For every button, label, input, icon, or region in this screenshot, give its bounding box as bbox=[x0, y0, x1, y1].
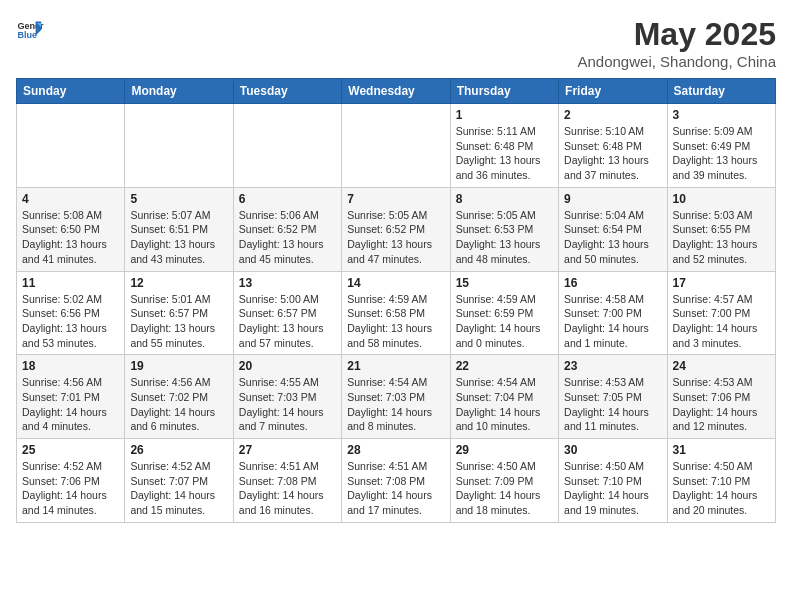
calendar-cell: 12Sunrise: 5:01 AM Sunset: 6:57 PM Dayli… bbox=[125, 271, 233, 355]
cell-date-number: 7 bbox=[347, 192, 444, 206]
calendar-cell: 30Sunrise: 4:50 AM Sunset: 7:10 PM Dayli… bbox=[559, 439, 667, 523]
cell-sun-info: Sunrise: 5:05 AM Sunset: 6:53 PM Dayligh… bbox=[456, 208, 553, 267]
cell-sun-info: Sunrise: 5:03 AM Sunset: 6:55 PM Dayligh… bbox=[673, 208, 770, 267]
cell-sun-info: Sunrise: 5:07 AM Sunset: 6:51 PM Dayligh… bbox=[130, 208, 227, 267]
calendar-cell: 8Sunrise: 5:05 AM Sunset: 6:53 PM Daylig… bbox=[450, 187, 558, 271]
cell-sun-info: Sunrise: 5:11 AM Sunset: 6:48 PM Dayligh… bbox=[456, 124, 553, 183]
cell-sun-info: Sunrise: 4:50 AM Sunset: 7:09 PM Dayligh… bbox=[456, 459, 553, 518]
cell-sun-info: Sunrise: 5:09 AM Sunset: 6:49 PM Dayligh… bbox=[673, 124, 770, 183]
page-header: General Blue May 2025 Andongwei, Shandon… bbox=[16, 16, 776, 70]
calendar-cell: 25Sunrise: 4:52 AM Sunset: 7:06 PM Dayli… bbox=[17, 439, 125, 523]
calendar-cell: 15Sunrise: 4:59 AM Sunset: 6:59 PM Dayli… bbox=[450, 271, 558, 355]
calendar-cell: 9Sunrise: 5:04 AM Sunset: 6:54 PM Daylig… bbox=[559, 187, 667, 271]
calendar-cell bbox=[342, 104, 450, 188]
cell-sun-info: Sunrise: 4:58 AM Sunset: 7:00 PM Dayligh… bbox=[564, 292, 661, 351]
day-of-week-header: Friday bbox=[559, 79, 667, 104]
day-of-week-header: Thursday bbox=[450, 79, 558, 104]
cell-sun-info: Sunrise: 4:51 AM Sunset: 7:08 PM Dayligh… bbox=[239, 459, 336, 518]
cell-date-number: 10 bbox=[673, 192, 770, 206]
cell-date-number: 30 bbox=[564, 443, 661, 457]
cell-date-number: 13 bbox=[239, 276, 336, 290]
calendar-cell: 6Sunrise: 5:06 AM Sunset: 6:52 PM Daylig… bbox=[233, 187, 341, 271]
cell-date-number: 18 bbox=[22, 359, 119, 373]
cell-sun-info: Sunrise: 4:50 AM Sunset: 7:10 PM Dayligh… bbox=[564, 459, 661, 518]
cell-date-number: 4 bbox=[22, 192, 119, 206]
cell-date-number: 23 bbox=[564, 359, 661, 373]
cell-sun-info: Sunrise: 4:50 AM Sunset: 7:10 PM Dayligh… bbox=[673, 459, 770, 518]
calendar-cell: 26Sunrise: 4:52 AM Sunset: 7:07 PM Dayli… bbox=[125, 439, 233, 523]
location-subtitle: Andongwei, Shandong, China bbox=[578, 53, 777, 70]
cell-sun-info: Sunrise: 5:05 AM Sunset: 6:52 PM Dayligh… bbox=[347, 208, 444, 267]
cell-sun-info: Sunrise: 4:53 AM Sunset: 7:05 PM Dayligh… bbox=[564, 375, 661, 434]
cell-date-number: 2 bbox=[564, 108, 661, 122]
calendar-cell: 14Sunrise: 4:59 AM Sunset: 6:58 PM Dayli… bbox=[342, 271, 450, 355]
calendar-cell: 1Sunrise: 5:11 AM Sunset: 6:48 PM Daylig… bbox=[450, 104, 558, 188]
cell-date-number: 25 bbox=[22, 443, 119, 457]
calendar-cell: 5Sunrise: 5:07 AM Sunset: 6:51 PM Daylig… bbox=[125, 187, 233, 271]
day-of-week-header: Sunday bbox=[17, 79, 125, 104]
calendar-cell: 10Sunrise: 5:03 AM Sunset: 6:55 PM Dayli… bbox=[667, 187, 775, 271]
cell-sun-info: Sunrise: 4:51 AM Sunset: 7:08 PM Dayligh… bbox=[347, 459, 444, 518]
calendar-cell: 31Sunrise: 4:50 AM Sunset: 7:10 PM Dayli… bbox=[667, 439, 775, 523]
calendar-cell: 16Sunrise: 4:58 AM Sunset: 7:00 PM Dayli… bbox=[559, 271, 667, 355]
month-title: May 2025 bbox=[578, 16, 777, 53]
cell-date-number: 8 bbox=[456, 192, 553, 206]
calendar-cell: 2Sunrise: 5:10 AM Sunset: 6:48 PM Daylig… bbox=[559, 104, 667, 188]
cell-date-number: 5 bbox=[130, 192, 227, 206]
logo-icon: General Blue bbox=[16, 16, 44, 44]
calendar-cell: 20Sunrise: 4:55 AM Sunset: 7:03 PM Dayli… bbox=[233, 355, 341, 439]
cell-sun-info: Sunrise: 4:52 AM Sunset: 7:06 PM Dayligh… bbox=[22, 459, 119, 518]
cell-date-number: 21 bbox=[347, 359, 444, 373]
calendar-cell: 27Sunrise: 4:51 AM Sunset: 7:08 PM Dayli… bbox=[233, 439, 341, 523]
title-block: May 2025 Andongwei, Shandong, China bbox=[578, 16, 777, 70]
cell-date-number: 29 bbox=[456, 443, 553, 457]
svg-text:Blue: Blue bbox=[17, 30, 37, 40]
calendar-cell bbox=[125, 104, 233, 188]
day-of-week-header: Wednesday bbox=[342, 79, 450, 104]
cell-sun-info: Sunrise: 4:56 AM Sunset: 7:01 PM Dayligh… bbox=[22, 375, 119, 434]
calendar-cell: 29Sunrise: 4:50 AM Sunset: 7:09 PM Dayli… bbox=[450, 439, 558, 523]
cell-date-number: 24 bbox=[673, 359, 770, 373]
cell-sun-info: Sunrise: 4:52 AM Sunset: 7:07 PM Dayligh… bbox=[130, 459, 227, 518]
calendar-cell: 13Sunrise: 5:00 AM Sunset: 6:57 PM Dayli… bbox=[233, 271, 341, 355]
calendar-cell: 7Sunrise: 5:05 AM Sunset: 6:52 PM Daylig… bbox=[342, 187, 450, 271]
cell-sun-info: Sunrise: 4:53 AM Sunset: 7:06 PM Dayligh… bbox=[673, 375, 770, 434]
calendar-cell: 23Sunrise: 4:53 AM Sunset: 7:05 PM Dayli… bbox=[559, 355, 667, 439]
day-of-week-header: Saturday bbox=[667, 79, 775, 104]
logo: General Blue bbox=[16, 16, 44, 44]
cell-date-number: 14 bbox=[347, 276, 444, 290]
cell-date-number: 15 bbox=[456, 276, 553, 290]
calendar-cell: 11Sunrise: 5:02 AM Sunset: 6:56 PM Dayli… bbox=[17, 271, 125, 355]
cell-date-number: 31 bbox=[673, 443, 770, 457]
calendar-cell: 22Sunrise: 4:54 AM Sunset: 7:04 PM Dayli… bbox=[450, 355, 558, 439]
cell-sun-info: Sunrise: 4:56 AM Sunset: 7:02 PM Dayligh… bbox=[130, 375, 227, 434]
day-of-week-header: Monday bbox=[125, 79, 233, 104]
cell-date-number: 17 bbox=[673, 276, 770, 290]
calendar-cell: 4Sunrise: 5:08 AM Sunset: 6:50 PM Daylig… bbox=[17, 187, 125, 271]
cell-sun-info: Sunrise: 4:59 AM Sunset: 6:59 PM Dayligh… bbox=[456, 292, 553, 351]
cell-sun-info: Sunrise: 5:01 AM Sunset: 6:57 PM Dayligh… bbox=[130, 292, 227, 351]
cell-sun-info: Sunrise: 5:08 AM Sunset: 6:50 PM Dayligh… bbox=[22, 208, 119, 267]
calendar-cell: 17Sunrise: 4:57 AM Sunset: 7:00 PM Dayli… bbox=[667, 271, 775, 355]
cell-sun-info: Sunrise: 5:10 AM Sunset: 6:48 PM Dayligh… bbox=[564, 124, 661, 183]
cell-sun-info: Sunrise: 4:59 AM Sunset: 6:58 PM Dayligh… bbox=[347, 292, 444, 351]
cell-date-number: 20 bbox=[239, 359, 336, 373]
cell-date-number: 26 bbox=[130, 443, 227, 457]
cell-sun-info: Sunrise: 5:04 AM Sunset: 6:54 PM Dayligh… bbox=[564, 208, 661, 267]
calendar-cell: 21Sunrise: 4:54 AM Sunset: 7:03 PM Dayli… bbox=[342, 355, 450, 439]
cell-sun-info: Sunrise: 4:54 AM Sunset: 7:04 PM Dayligh… bbox=[456, 375, 553, 434]
cell-sun-info: Sunrise: 4:54 AM Sunset: 7:03 PM Dayligh… bbox=[347, 375, 444, 434]
cell-sun-info: Sunrise: 5:02 AM Sunset: 6:56 PM Dayligh… bbox=[22, 292, 119, 351]
day-of-week-header: Tuesday bbox=[233, 79, 341, 104]
cell-sun-info: Sunrise: 4:57 AM Sunset: 7:00 PM Dayligh… bbox=[673, 292, 770, 351]
cell-date-number: 19 bbox=[130, 359, 227, 373]
cell-sun-info: Sunrise: 4:55 AM Sunset: 7:03 PM Dayligh… bbox=[239, 375, 336, 434]
cell-date-number: 27 bbox=[239, 443, 336, 457]
cell-date-number: 3 bbox=[673, 108, 770, 122]
cell-date-number: 16 bbox=[564, 276, 661, 290]
cell-date-number: 6 bbox=[239, 192, 336, 206]
cell-date-number: 28 bbox=[347, 443, 444, 457]
cell-sun-info: Sunrise: 5:00 AM Sunset: 6:57 PM Dayligh… bbox=[239, 292, 336, 351]
calendar-cell bbox=[17, 104, 125, 188]
cell-date-number: 9 bbox=[564, 192, 661, 206]
